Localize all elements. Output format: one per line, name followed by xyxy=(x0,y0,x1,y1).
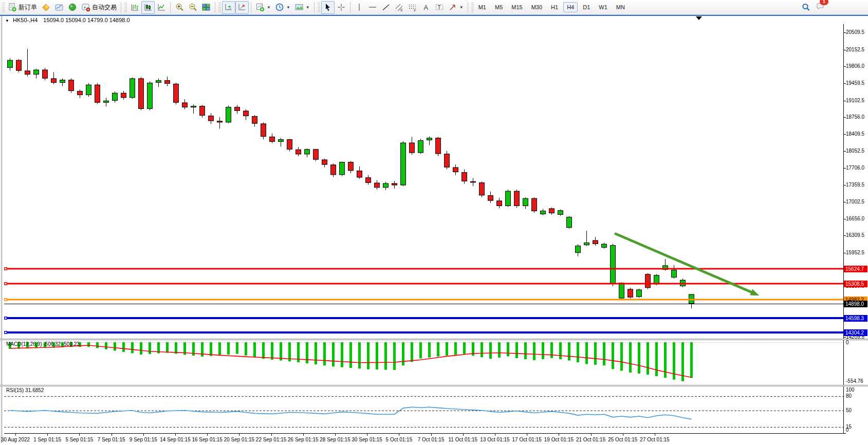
yellow-diamond-icon xyxy=(41,3,50,12)
toolbar-drag-handle[interactable] xyxy=(218,2,221,12)
chevron-down-icon: ▼ xyxy=(459,5,464,10)
trendline-button[interactable] xyxy=(379,1,393,14)
text-label-icon: T xyxy=(435,3,444,12)
timeframe-button-w1[interactable]: W1 xyxy=(595,2,611,12)
arrows-icon xyxy=(448,3,457,12)
new-order-label: 新订单 xyxy=(19,3,37,12)
horizontal-line-icon xyxy=(368,3,377,12)
new-chart-button[interactable]: ▼ xyxy=(253,1,273,14)
chevron-down-icon: ▼ xyxy=(286,5,290,10)
zoom-in-icon xyxy=(175,3,184,12)
auto-trading-button[interactable]: 自动交易 xyxy=(79,1,119,14)
symbol-period-label: HK50-,H4 xyxy=(13,17,38,23)
bar-chart-icon xyxy=(130,3,139,12)
chart-canvas[interactable] xyxy=(0,0,868,445)
template-icon xyxy=(294,3,304,12)
timeframe-button-m1[interactable]: M1 xyxy=(475,2,490,12)
text-a-icon: A xyxy=(421,3,431,12)
timeframe-button-d1[interactable]: D1 xyxy=(579,2,594,12)
line-chart-icon xyxy=(157,3,166,12)
data-window-button[interactable] xyxy=(52,1,66,14)
text-button[interactable]: A xyxy=(419,1,433,14)
vertical-line-icon xyxy=(355,3,364,12)
timeframe-toolbar: M1M5M15M30H1H4D1W1MN xyxy=(475,2,629,12)
notifications-button[interactable]: 1 xyxy=(816,2,825,13)
channel-button[interactable]: E xyxy=(393,1,406,14)
chart-window-icon xyxy=(54,3,64,12)
chevron-down-icon: ▼ xyxy=(306,5,310,10)
cursor-button[interactable] xyxy=(321,1,335,14)
candlestick-chart-button[interactable] xyxy=(141,1,155,14)
green-globe-icon xyxy=(68,3,77,12)
tile-windows-icon xyxy=(201,3,211,12)
mt4-window: 新订单 自动交易 ▼ ▼ ▼ E F A xyxy=(0,0,868,445)
candlestick-chart-icon xyxy=(143,3,153,12)
crosshair-icon xyxy=(337,3,346,12)
new-order-icon xyxy=(8,3,17,12)
line-chart-button[interactable] xyxy=(155,1,168,14)
chart-shift-icon xyxy=(237,3,247,12)
toolbar-drag-handle[interactable] xyxy=(124,2,127,12)
chevron-down-icon: ▼ xyxy=(267,5,271,10)
template-button[interactable]: ▼ xyxy=(292,1,312,14)
timeframe-button-m15[interactable]: M15 xyxy=(508,2,526,12)
vertical-line-button[interactable] xyxy=(353,1,366,14)
horizontal-line-button[interactable] xyxy=(366,1,379,14)
zoom-out-icon xyxy=(188,3,197,12)
bar-chart-button[interactable] xyxy=(128,1,141,14)
clock-icon xyxy=(275,3,284,12)
crosshair-button[interactable] xyxy=(335,1,348,14)
marketwatch-diamond-button[interactable] xyxy=(39,1,52,14)
trendline-icon xyxy=(381,3,391,12)
timeframe-button-h1[interactable]: H1 xyxy=(547,2,562,12)
signals-button[interactable] xyxy=(66,1,79,14)
timeframe-button-m30[interactable]: M30 xyxy=(528,2,546,12)
zoom-out-button[interactable] xyxy=(186,1,199,14)
svg-text:F: F xyxy=(414,9,416,12)
zoom-in-button[interactable] xyxy=(173,1,186,14)
svg-text:A: A xyxy=(423,4,428,11)
auto-scroll-icon xyxy=(224,3,233,12)
timeframe-button-mn[interactable]: MN xyxy=(613,2,629,12)
notification-count-badge: 1 xyxy=(820,0,828,5)
arrows-button[interactable]: ▼ xyxy=(446,1,466,14)
auto-scroll-button[interactable] xyxy=(222,1,235,14)
toolbar-drag-handle[interactable] xyxy=(471,2,474,12)
label-button[interactable]: T xyxy=(433,1,446,14)
equidistant-channel-icon: E xyxy=(395,3,404,12)
svg-text:T: T xyxy=(437,5,440,10)
new-order-button[interactable]: 新订单 xyxy=(6,1,39,14)
cursor-arrow-icon xyxy=(323,3,333,12)
timeframe-button-h4[interactable]: H4 xyxy=(563,2,578,12)
window-top-border xyxy=(0,15,868,16)
chart-title: ▼ HK50-,H4 15094.0 15094.0 14799.0 14898… xyxy=(5,17,130,23)
toolbar-drag-handle[interactable] xyxy=(2,2,5,12)
auto-trading-icon xyxy=(81,3,90,12)
fibonacci-icon: F xyxy=(408,3,417,12)
timeframe-button-m5[interactable]: M5 xyxy=(491,2,506,12)
svg-text:E: E xyxy=(400,8,403,12)
search-icon[interactable] xyxy=(801,3,810,12)
ohlc-values: 15094.0 15094.0 14799.0 14898.0 xyxy=(43,17,130,23)
fibonacci-button[interactable]: F xyxy=(406,1,419,14)
auto-trading-label: 自动交易 xyxy=(92,3,117,12)
toolbar-drag-handle[interactable] xyxy=(318,2,320,12)
tile-windows-button[interactable] xyxy=(199,1,213,14)
chart-shift-button[interactable] xyxy=(235,1,249,14)
period-button[interactable]: ▼ xyxy=(273,1,292,14)
chart-context-caret[interactable]: ▼ xyxy=(5,18,9,23)
new-chart-icon xyxy=(255,3,265,12)
toolbar: 新订单 自动交易 ▼ ▼ ▼ E F A xyxy=(0,0,868,15)
